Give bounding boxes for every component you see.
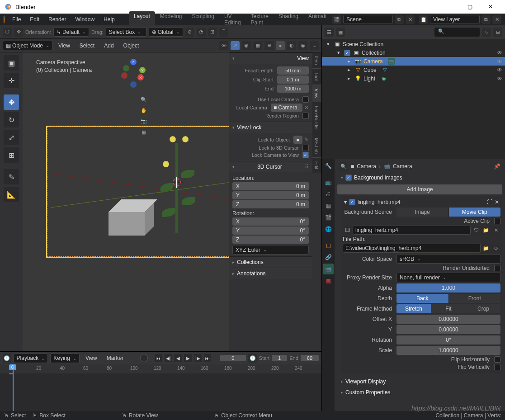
playback-menu[interactable]: Playback [14, 354, 48, 363]
filepath-field[interactable]: E:\videoClips\lingling_herb.mp4 [343, 244, 481, 253]
pan-hand-icon[interactable]: ✋ [139, 106, 148, 115]
annotations-panel-header[interactable]: Annotations [229, 268, 312, 279]
axis-neg[interactable] [121, 72, 127, 79]
transform-tool[interactable]: ⊞ [4, 147, 19, 163]
focal-length-field[interactable]: 50 mm [277, 66, 309, 75]
ptab-render[interactable]: 📺 [323, 177, 334, 188]
unlink-icon[interactable]: ✕ [491, 226, 500, 235]
shield-icon[interactable]: 🛡 [472, 226, 481, 235]
editor-type-icon[interactable]: ⎔ [3, 28, 12, 37]
gizmo-icon[interactable]: ↗ [231, 41, 240, 50]
ntab-edit[interactable]: Edit [312, 158, 321, 173]
cursor-tool[interactable]: ✛ [4, 73, 19, 88]
play-reverse-button[interactable]: ◀ [174, 354, 182, 362]
local-camera-field[interactable]: Camera [278, 104, 297, 111]
end-frame-field[interactable]: 60 [301, 355, 319, 361]
outliner-search[interactable]: 🔍 [434, 28, 480, 37]
menu-file[interactable]: File [8, 15, 25, 24]
clip-browse-icon[interactable]: 🎞 [343, 226, 352, 235]
shading-dropdown-icon[interactable]: ⌄ [310, 41, 319, 50]
visibility-icon[interactable]: 👁 [219, 41, 228, 50]
viewlayer-copy-icon[interactable]: ⧉ [481, 15, 491, 24]
scale-tool[interactable]: ⤢ [4, 130, 19, 145]
viewlayer-name-field[interactable]: View Layer [430, 15, 480, 24]
proportional-icon[interactable]: ◔ [197, 28, 206, 37]
ntab-item[interactable]: Item [312, 52, 321, 69]
maximize-button[interactable]: ▢ [460, 0, 480, 14]
clip-subheader[interactable]: ▾lingling_herb.mp4⛶✕ [343, 198, 500, 206]
lock-3dcursor-check[interactable] [302, 145, 309, 151]
viewlayer-delete-icon[interactable]: ✕ [492, 15, 501, 24]
active-clip-check[interactable] [494, 218, 500, 224]
object-menu[interactable]: Object [120, 42, 143, 50]
keyframe-next-button[interactable]: |▶︎ [194, 354, 202, 362]
timeline-view-menu[interactable]: View [82, 354, 101, 362]
move-tool-icon[interactable]: ✥ [14, 28, 23, 37]
folder-open-icon[interactable]: 📁 [481, 244, 491, 253]
cube-object[interactable] [109, 199, 145, 236]
menu-render[interactable]: Render [44, 15, 70, 24]
ptab-tool[interactable]: 🔧 [323, 160, 334, 171]
camera-view-icon[interactable]: 📷 [139, 117, 148, 126]
use-local-camera-check[interactable] [302, 96, 309, 103]
bg-source-toggle[interactable]: Image Movie Clip [396, 208, 500, 217]
frame-method-toggle[interactable]: Stretch Fit Crop [396, 304, 500, 313]
scene-copy-icon[interactable]: ⧉ [395, 15, 404, 24]
cursor-y-field[interactable]: Y0 m [232, 191, 309, 199]
overlay-icon[interactable]: ◉ [242, 41, 251, 50]
3d-viewport[interactable]: Camera Perspective (0) Collection | Came… [23, 52, 229, 351]
clip-enable-check[interactable] [349, 199, 355, 205]
outliner-new-collection-icon[interactable]: ⊞ [493, 28, 502, 37]
ptab-world[interactable]: 🌐 [323, 224, 334, 235]
jump-end-button[interactable]: ⏭ [204, 354, 212, 362]
camera-item-row[interactable]: ▸📷Camera📹👁 [322, 57, 505, 66]
ptab-camera-data[interactable]: 📹 [323, 264, 334, 274]
bg-scale-field[interactable]: 1.00000 [396, 346, 500, 355]
ntab-view[interactable]: View [312, 85, 321, 103]
eyedrop-icon[interactable]: ✎ [304, 137, 309, 143]
view-panel-header[interactable]: View [229, 53, 312, 64]
clip-name-field[interactable]: lingling_herb.mp4 [353, 226, 471, 235]
current-frame-field[interactable]: 0 [220, 355, 246, 361]
shading-wire-icon[interactable]: ⊕ [264, 41, 274, 50]
axis-y[interactable]: Y [139, 67, 146, 73]
drag-dropdown[interactable]: Select Box [106, 27, 146, 37]
clip-start-field[interactable]: 0.1 m [277, 76, 309, 84]
autokey-button[interactable] [140, 354, 148, 362]
keying-menu[interactable]: Keying [50, 354, 80, 363]
frame-stretch[interactable]: Stretch [396, 304, 431, 313]
render-undistorted-check[interactable] [494, 265, 500, 271]
curve-icon[interactable]: ⌒ [219, 28, 228, 37]
clip-end-field[interactable]: 1000 m [277, 85, 309, 93]
render-region-check[interactable] [302, 113, 309, 119]
cursor-rz-field[interactable]: Z0° [232, 236, 309, 244]
keyframe-prev-button[interactable]: ◀︎| [165, 354, 172, 362]
ptab-output[interactable]: 🖨 [323, 189, 334, 199]
scene-browse-icon[interactable]: 🎬 [332, 15, 341, 24]
shading-matprev-icon[interactable]: ◐ [287, 41, 296, 50]
rotate-tool[interactable]: ↻ [4, 112, 19, 127]
start-frame-field[interactable]: 1 [272, 355, 287, 361]
bg-source-clip[interactable]: Movie Clip [449, 208, 501, 217]
cursor-rx-field[interactable]: X0° [232, 217, 309, 226]
blender-icon[interactable] [4, 15, 5, 24]
pin-icon[interactable]: 📌 [494, 163, 500, 170]
measure-tool[interactable]: 📐 [4, 187, 19, 202]
colorspace-dropdown[interactable]: sRGB [396, 254, 500, 264]
axis-neg3[interactable] [130, 81, 137, 88]
eye-icon[interactable]: 👁 [497, 76, 502, 82]
cube-item-row[interactable]: ▸▽Cube▽👁 [322, 66, 505, 74]
move-tool[interactable]: ✥ [4, 94, 19, 110]
collections-panel-header[interactable]: Collections [229, 257, 312, 268]
view-menu[interactable]: View [55, 42, 74, 50]
axis-x[interactable]: X [137, 74, 144, 80]
alpha-slider[interactable]: 1.000 [396, 283, 500, 293]
menu-window[interactable]: Window [71, 15, 99, 24]
nav-gizmo[interactable]: Z Y X [120, 59, 147, 86]
cursor-ry-field[interactable]: Y0° [232, 227, 309, 235]
transform-orientation[interactable]: ⊕Global [149, 27, 183, 37]
select-menu[interactable]: Select [76, 42, 98, 50]
depth-toggle[interactable]: Back Front [396, 294, 500, 303]
minimize-button[interactable]: — [439, 0, 460, 14]
jump-start-button[interactable]: ⏮ [155, 354, 162, 362]
